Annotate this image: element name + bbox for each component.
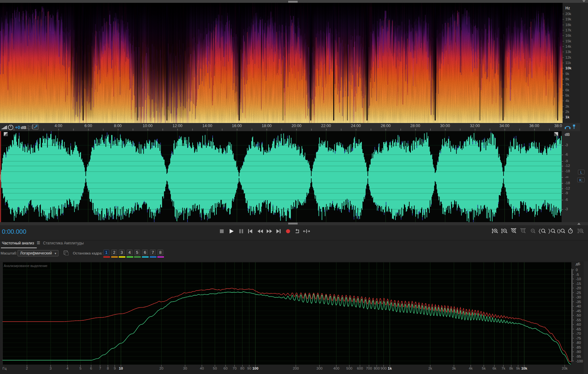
svg-text:-85: -85	[576, 345, 581, 349]
svg-text:-50: -50	[576, 313, 581, 317]
svg-text:20: 20	[159, 366, 163, 370]
svg-text:2: 2	[26, 366, 28, 370]
svg-text:700: 700	[366, 366, 372, 370]
svg-text:4k: 4k	[469, 366, 473, 370]
svg-text:-45: -45	[576, 309, 581, 313]
svg-text:200: 200	[293, 366, 299, 370]
svg-text:12:00: 12:00	[172, 124, 182, 128]
svg-text:34:00: 34:00	[499, 124, 509, 128]
svg-text:-15: -15	[576, 282, 581, 286]
svg-text:-100: -100	[576, 359, 583, 363]
svg-text:0: 0	[576, 268, 578, 272]
svg-text:20k: 20k	[562, 366, 568, 370]
svg-text:4:00: 4:00	[55, 124, 62, 128]
svg-text:2k: 2k	[428, 366, 432, 370]
svg-text:-95: -95	[576, 355, 581, 358]
svg-text:16:00: 16:00	[232, 124, 242, 128]
svg-text:+0: +0	[15, 125, 20, 130]
svg-text:70: 70	[232, 366, 237, 370]
svg-text:-90: -90	[576, 350, 581, 354]
svg-text:9k: 9k	[516, 366, 520, 370]
svg-text:дБ: дБ	[576, 262, 580, 266]
svg-text:6:00: 6:00	[84, 124, 92, 128]
svg-text:5: 5	[79, 366, 81, 370]
svg-text:-55: -55	[576, 318, 581, 322]
svg-text:300: 300	[317, 366, 323, 370]
svg-text:50: 50	[213, 366, 217, 370]
svg-text:9: 9	[114, 366, 116, 370]
svg-text:36:00: 36:00	[529, 124, 539, 128]
svg-text:5k: 5k	[482, 366, 486, 370]
svg-text:-20: -20	[576, 286, 581, 290]
svg-text:-40: -40	[576, 304, 581, 308]
svg-text:4: 4	[66, 366, 68, 370]
svg-text:90: 90	[247, 366, 251, 370]
svg-text:10:00: 10:00	[143, 124, 152, 128]
svg-text:40: 40	[200, 366, 204, 370]
svg-text:500: 500	[346, 366, 352, 370]
svg-text:30: 30	[183, 366, 187, 370]
svg-text:32:00: 32:00	[470, 124, 480, 128]
svg-text:30:00: 30:00	[440, 124, 450, 128]
svg-text:0:00.000: 0:00.000	[2, 228, 26, 235]
svg-text:10k: 10k	[521, 366, 527, 370]
svg-text:14:00: 14:00	[202, 124, 212, 128]
svg-text:Анализированое выделение: Анализированое выделение	[4, 264, 47, 268]
svg-text:28:00: 28:00	[410, 124, 420, 128]
svg-text:400: 400	[333, 366, 339, 370]
svg-text:-60: -60	[576, 323, 581, 326]
svg-text:22:00: 22:00	[321, 124, 331, 128]
svg-text:26:00: 26:00	[381, 124, 390, 128]
svg-text:100: 100	[252, 366, 258, 370]
svg-text:6: 6	[90, 366, 92, 370]
svg-text:-30: -30	[576, 295, 581, 299]
svg-text:-70: -70	[576, 332, 581, 335]
svg-text:7: 7	[99, 366, 101, 370]
svg-text:600: 600	[357, 366, 363, 370]
svg-text:Гц: Гц	[3, 366, 7, 370]
svg-text:-75: -75	[576, 336, 581, 340]
svg-text:60: 60	[224, 366, 228, 370]
svg-text:20:00: 20:00	[291, 124, 301, 128]
svg-text:7k: 7k	[502, 366, 505, 370]
svg-text:18:00: 18:00	[262, 124, 271, 128]
svg-text:3k: 3k	[452, 366, 456, 370]
svg-text:10: 10	[119, 366, 123, 370]
svg-text:80: 80	[240, 366, 244, 370]
svg-text:38:0: 38:0	[554, 124, 562, 128]
svg-text:-35: -35	[576, 300, 581, 304]
svg-text:3: 3	[50, 366, 52, 370]
svg-text:1k: 1k	[388, 366, 392, 370]
svg-text:-5: -5	[576, 273, 579, 276]
svg-text:8:00: 8:00	[114, 124, 122, 128]
svg-text:8: 8	[107, 366, 109, 370]
svg-text:900: 900	[381, 366, 387, 370]
svg-text:-65: -65	[576, 327, 581, 331]
svg-text:-80: -80	[576, 341, 581, 345]
svg-text:8k: 8k	[509, 366, 513, 370]
svg-text:24:00: 24:00	[351, 124, 361, 128]
svg-text:-25: -25	[576, 291, 581, 295]
svg-text:6k: 6k	[493, 366, 496, 370]
svg-text:800: 800	[374, 366, 380, 370]
svg-text:-10: -10	[576, 277, 581, 281]
svg-text:dB: dB	[21, 125, 26, 130]
